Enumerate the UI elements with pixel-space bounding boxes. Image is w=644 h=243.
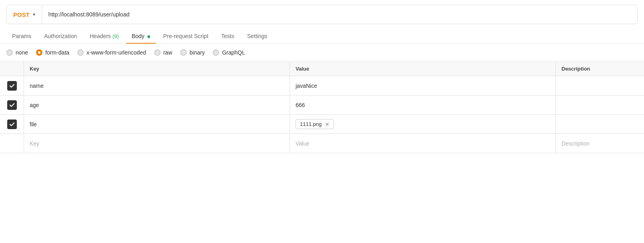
tab-body[interactable]: Body xyxy=(126,29,156,43)
file-name-2: 1111.png xyxy=(300,121,322,127)
radio-none[interactable]: none xyxy=(6,49,28,56)
radio-x-www-form-urlencoded[interactable]: x-www-form-urlencoded xyxy=(77,49,146,56)
td-key-2[interactable]: file xyxy=(24,115,290,134)
td-checkbox-2[interactable] xyxy=(0,115,24,134)
td-empty-checkbox xyxy=(0,134,24,153)
file-chip-2: 1111.png✕ xyxy=(296,119,334,129)
td-value-0[interactable]: javaNice xyxy=(290,76,556,95)
tab-tests[interactable]: Tests xyxy=(215,29,240,43)
td-checkbox-1[interactable] xyxy=(0,95,24,114)
tab-headers[interactable]: Headers (9) xyxy=(84,29,125,43)
url-input[interactable] xyxy=(42,11,637,18)
file-chip-close-2[interactable]: ✕ xyxy=(325,122,330,127)
td-empty-value[interactable]: Value xyxy=(290,134,556,153)
td-empty-description[interactable]: Description xyxy=(556,134,644,153)
table-row: file1111.png✕ xyxy=(0,115,644,134)
tab-dot-body xyxy=(147,35,150,38)
radio-label-none: none xyxy=(16,49,28,56)
chevron-down-icon: ▾ xyxy=(33,12,35,17)
body-type-selector: noneform-datax-www-form-urlencodedrawbin… xyxy=(0,44,644,62)
td-key-0[interactable]: name xyxy=(24,76,290,95)
tabs-bar: ParamsAuthorizationHeaders (9)Body Pre-r… xyxy=(0,29,644,44)
table-header: Key Value Description xyxy=(0,62,644,76)
radio-raw[interactable]: raw xyxy=(154,49,173,56)
radio-form-data[interactable]: form-data xyxy=(36,49,69,56)
radio-circle-binary xyxy=(180,49,187,56)
radio-circle-graphql xyxy=(213,49,219,56)
method-selector[interactable]: POST ▾ xyxy=(7,5,42,24)
th-checkbox xyxy=(0,62,24,76)
tab-authorization[interactable]: Authorization xyxy=(38,29,83,43)
th-description: Description xyxy=(556,62,644,76)
table-row: age666 xyxy=(0,95,644,115)
tab-pre-request-script[interactable]: Pre-request Script xyxy=(157,29,214,43)
checkbox-1[interactable] xyxy=(7,100,17,110)
td-empty-key[interactable]: Key xyxy=(24,134,290,153)
td-description-1[interactable] xyxy=(556,95,644,114)
th-key: Key xyxy=(24,62,290,76)
checkbox-2[interactable] xyxy=(7,119,17,129)
td-value-1[interactable]: 666 xyxy=(290,95,556,114)
td-checkbox-0[interactable] xyxy=(0,76,24,95)
td-description-0[interactable] xyxy=(556,76,644,95)
tab-badge-headers: (9) xyxy=(113,33,119,39)
radio-circle-raw xyxy=(154,49,161,56)
radio-binary[interactable]: binary xyxy=(180,49,205,56)
checkbox-0[interactable] xyxy=(7,81,17,91)
radio-label-x-www-form-urlencoded: x-www-form-urlencoded xyxy=(87,49,146,56)
table-row-empty: Key Value Description xyxy=(0,134,644,153)
form-data-table: Key Value Description namejavaNiceage666… xyxy=(0,62,644,153)
radio-label-form-data: form-data xyxy=(45,49,69,56)
tab-params[interactable]: Params xyxy=(6,29,37,43)
url-bar: POST ▾ xyxy=(6,5,638,24)
table-row: namejavaNice xyxy=(0,76,644,95)
method-label: POST xyxy=(13,11,30,18)
td-description-2[interactable] xyxy=(556,115,644,134)
radio-label-binary: binary xyxy=(189,49,205,56)
radio-label-raw: raw xyxy=(163,49,173,56)
th-value: Value xyxy=(290,62,556,76)
tab-settings[interactable]: Settings xyxy=(242,29,273,43)
td-key-1[interactable]: age xyxy=(24,95,290,114)
td-value-2[interactable]: 1111.png✕ xyxy=(290,115,556,134)
radio-circle-form-data xyxy=(36,49,42,56)
radio-graphql[interactable]: GraphQL xyxy=(213,49,245,56)
radio-label-graphql: GraphQL xyxy=(222,49,245,56)
radio-circle-none xyxy=(6,49,13,56)
radio-circle-x-www-form-urlencoded xyxy=(77,49,84,56)
